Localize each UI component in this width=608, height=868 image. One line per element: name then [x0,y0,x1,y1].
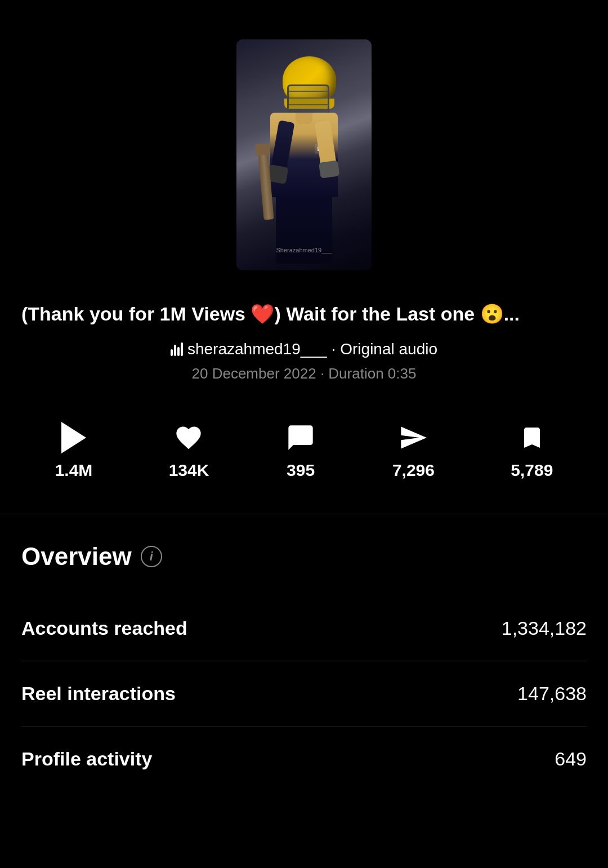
overview-section: Overview i Accounts reached 1,334,182 Re… [0,514,608,791]
shares-stat: 7,296 [392,422,435,480]
reel-interactions-row[interactable]: Reel interactions 147,638 [21,661,587,727]
saves-stat: 5,789 [511,422,553,480]
video-thumbnail-container[interactable]: PSL Sherazahmed19___ [236,39,372,270]
play-icon [58,422,89,453]
caption-text: (Thank you for 1M Views ❤️) Wait for the… [21,301,587,326]
profile-activity-row[interactable]: Profile activity 649 [21,727,587,791]
overview-title: Overview [21,542,132,571]
shares-value: 7,296 [392,461,435,480]
page-container: PSL Sherazahmed19___ [0,0,608,791]
likes-stat: 134K [169,422,209,480]
profile-activity-label: Profile activity [21,748,152,770]
reel-interactions-value: 147,638 [517,683,587,705]
reel-interactions-label: Reel interactions [21,683,176,705]
caption-section: (Thank you for 1M Views ❤️) Wait for the… [0,279,608,326]
audio-separator: · [331,340,336,358]
send-icon [398,422,429,453]
plays-stat: 1.4M [55,422,93,480]
audio-username[interactable]: sherazahmed19___ [187,340,327,358]
video-thumbnail: PSL Sherazahmed19___ [236,39,372,270]
audio-info[interactable]: sherazahmed19___ · Original audio [171,340,437,358]
accounts-reached-label: Accounts reached [21,617,187,639]
likes-value: 134K [169,461,209,480]
comments-value: 395 [287,461,315,480]
overview-header: Overview i [21,542,587,571]
saves-value: 5,789 [511,461,553,480]
stats-section: 1.4M 134K 395 [0,394,608,508]
audio-waveform-icon [171,342,183,356]
accounts-reached-value: 1,334,182 [502,617,587,639]
audio-track[interactable]: Original audio [340,340,437,358]
comment-icon [285,422,316,453]
comments-stat: 395 [285,422,316,480]
profile-activity-value: 649 [555,748,587,770]
watermark: Sherazahmed19___ [276,247,332,253]
plays-value: 1.4M [55,461,93,480]
bookmark-icon [516,422,547,453]
info-icon[interactable]: i [141,546,162,567]
date-info: 20 December 2022 · Duration 0:35 [192,365,417,382]
accounts-reached-row[interactable]: Accounts reached 1,334,182 [21,596,587,661]
heart-icon [173,422,204,453]
